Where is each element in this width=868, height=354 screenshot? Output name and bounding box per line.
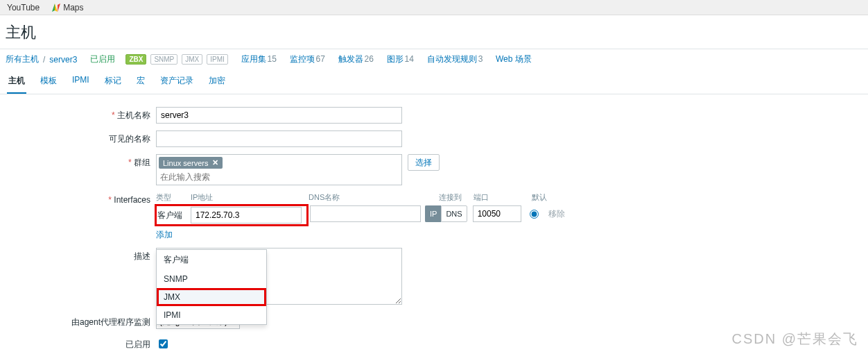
description-label: 描述 xyxy=(7,248,156,262)
tab-host[interactable]: 主机 xyxy=(7,69,26,94)
bookmark-maps-label: Maps xyxy=(63,3,83,12)
tab-inventory[interactable]: 资产记录 xyxy=(159,69,195,94)
interface-type-dropdown[interactable]: 客户端 SNMP JMX IPMI xyxy=(156,249,267,325)
maps-icon xyxy=(52,3,60,12)
groups-search-input[interactable] xyxy=(159,171,399,183)
crumb-triggers[interactable]: 触发器26 xyxy=(338,53,374,65)
enabled-label: 已启用 xyxy=(7,336,156,351)
tab-ipmi[interactable]: IPMI xyxy=(71,69,91,94)
tab-macros[interactable]: 宏 xyxy=(135,69,146,94)
svg-marker-2 xyxy=(58,3,60,12)
visible-name-label: 可见的名称 xyxy=(7,130,156,145)
groups-select-button[interactable]: 选择 xyxy=(408,154,440,171)
interface-add-link[interactable]: 添加 xyxy=(156,229,550,241)
host-form: 主机名称 可见的名称 群组 Linux servers ✕ 选择 Interfa… xyxy=(0,94,868,354)
tag-ipmi[interactable]: IPMI xyxy=(207,54,228,65)
crumb-items[interactable]: 监控项67 xyxy=(290,53,325,65)
tag-jmx[interactable]: JMX xyxy=(182,54,202,65)
interface-remove-link[interactable]: 移除 xyxy=(548,208,565,220)
host-name-input[interactable] xyxy=(156,107,402,124)
tab-encryption[interactable]: 加密 xyxy=(207,69,227,94)
interface-header: 类型 IP地址 DNS名称 连接到 端口 默认 xyxy=(156,192,550,203)
dropdown-item-jmx[interactable]: JMX xyxy=(157,288,266,306)
bookmark-bar: YouTube Maps xyxy=(0,0,868,15)
svg-marker-0 xyxy=(52,3,55,12)
interface-default-radio[interactable] xyxy=(530,210,539,219)
visible-name-input[interactable] xyxy=(156,130,402,147)
breadcrumb-all-hosts[interactable]: 所有主机 xyxy=(6,53,39,65)
groups-multiselect[interactable]: Linux servers ✕ xyxy=(156,154,402,185)
groups-label: 群组 xyxy=(7,154,156,169)
close-icon[interactable]: ✕ xyxy=(212,158,218,167)
groups-tag-linux[interactable]: Linux servers ✕ xyxy=(159,157,223,169)
status-enabled: 已启用 xyxy=(90,53,115,65)
bookmark-maps[interactable]: Maps xyxy=(52,3,83,12)
connect-dns-button[interactable]: DNS xyxy=(441,205,467,222)
crumb-discovery[interactable]: 自动发现规则3 xyxy=(427,53,483,65)
tag-snmp[interactable]: SNMP xyxy=(150,54,177,65)
breadcrumb: 所有主机 / server3 已启用 ZBX SNMP JMX IPMI 应用集… xyxy=(0,49,868,69)
host-name-label: 主机名称 xyxy=(7,107,156,121)
dropdown-item-snmp[interactable]: SNMP xyxy=(157,270,266,288)
groups-tag-label: Linux servers xyxy=(163,159,208,167)
interface-dns-input[interactable] xyxy=(310,205,421,222)
tabs: 主机 模板 IPMI 标记 宏 资产记录 加密 xyxy=(0,69,868,94)
proxy-label: 由agent代理程序监测 xyxy=(7,314,156,328)
breadcrumb-current[interactable]: server3 xyxy=(49,55,77,65)
enabled-checkbox[interactable] xyxy=(159,339,168,348)
connect-ip-button[interactable]: IP xyxy=(425,205,441,222)
tab-tags[interactable]: 标记 xyxy=(103,69,123,94)
bookmark-youtube[interactable]: YouTube xyxy=(7,3,40,12)
tab-templates[interactable]: 模板 xyxy=(39,69,58,94)
interface-type-label: 客户端 xyxy=(157,210,191,221)
interface-port-input[interactable] xyxy=(473,205,521,222)
tag-zbx[interactable]: ZBX xyxy=(125,54,146,65)
connect-to-toggle[interactable]: IP DNS xyxy=(425,205,467,222)
dropdown-item-agent[interactable]: 客户端 xyxy=(157,250,266,270)
crumb-apps[interactable]: 应用集15 xyxy=(241,53,277,65)
dropdown-item-ipmi[interactable]: IPMI xyxy=(157,306,266,324)
crumb-graphs[interactable]: 图形14 xyxy=(387,53,414,65)
breadcrumb-sep: / xyxy=(43,55,45,65)
svg-marker-1 xyxy=(55,3,58,12)
crumb-web[interactable]: Web 场景 xyxy=(496,53,532,65)
interfaces-label: Interfaces xyxy=(7,192,156,205)
page-title: 主机 xyxy=(6,22,862,43)
interface-row-agent: 客户端 xyxy=(156,205,307,225)
interface-ip-input[interactable] xyxy=(191,207,302,224)
